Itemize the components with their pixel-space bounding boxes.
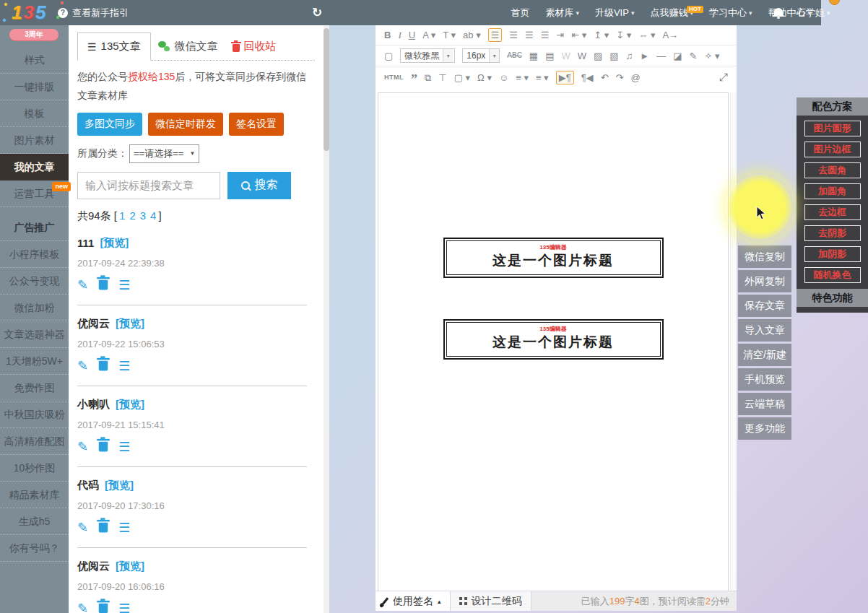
outdent-icon[interactable]: ⇤ ▾ bbox=[571, 30, 586, 40]
format-brush-icon[interactable]: ✎ bbox=[690, 51, 698, 61]
align-right-icon[interactable]: ☰ bbox=[525, 30, 534, 40]
fullscreen-icon[interactable]: ⤢ bbox=[719, 71, 728, 84]
sidebar-item[interactable]: 我的文章 bbox=[0, 154, 69, 181]
highlight-icon[interactable]: ab ▾ bbox=[463, 30, 481, 40]
scheme-button[interactable]: 去圆角 bbox=[804, 162, 861, 178]
delete-icon[interactable] bbox=[99, 604, 108, 613]
multi-image-icon[interactable]: ▧ bbox=[609, 51, 618, 61]
side-action-button[interactable]: 清空/新建 bbox=[738, 344, 791, 366]
editor-canvas[interactable]: 135编辑器 这是一个图片标题 135编辑器 这是一个图片标题 bbox=[378, 92, 729, 591]
indent-icon[interactable]: ⇥ bbox=[556, 30, 564, 40]
nav-item[interactable]: 升级VIP ▾ bbox=[595, 6, 635, 19]
sidebar-item[interactable]: 生成h5 bbox=[0, 508, 69, 535]
font-color-icon[interactable]: A ▾ bbox=[422, 30, 435, 40]
letter-spacing-icon[interactable]: ⇔ ▾ bbox=[638, 30, 655, 40]
sidebar-item[interactable]: 中秋国庆吸粉 bbox=[0, 401, 69, 428]
font-size-select[interactable]: 16px ▼ bbox=[462, 48, 500, 63]
action-button[interactable]: 多图文同步 bbox=[77, 113, 142, 136]
sidebar-item[interactable]: 10秒作图 bbox=[0, 455, 69, 482]
align-center-icon[interactable]: ☰ bbox=[509, 30, 518, 40]
detail-list-icon[interactable]: ☰ bbox=[118, 520, 130, 536]
sidebar-item[interactable]: 图片素材 bbox=[0, 127, 69, 154]
scheme-button[interactable]: 加圆角 bbox=[804, 183, 861, 199]
side-action-button[interactable]: 保存文章 bbox=[738, 295, 791, 317]
user-menu[interactable]: 石学姐 ▾ bbox=[774, 0, 830, 25]
sidebar-item[interactable]: 你有号吗？ bbox=[0, 535, 69, 562]
edit-icon[interactable]: ✎ bbox=[77, 277, 88, 293]
page-link[interactable]: 4 bbox=[150, 209, 156, 222]
search-input[interactable] bbox=[77, 172, 220, 199]
sidebar-item[interactable]: 免费作图 bbox=[0, 375, 69, 401]
side-action-button[interactable]: 微信复制 bbox=[738, 245, 791, 268]
scheme-button[interactable]: 随机换色 bbox=[804, 267, 861, 283]
tab-wechat-articles[interactable]: 微信文章 bbox=[151, 32, 225, 60]
sidebar-item[interactable]: 文章选题神器 bbox=[0, 321, 69, 348]
template-icon[interactable]: ▢ ▾ bbox=[454, 73, 470, 82]
sidebar-item[interactable]: 1天增粉5W+ bbox=[0, 348, 69, 375]
refresh-icon[interactable]: ↻ bbox=[312, 5, 322, 20]
subheading-icon[interactable]: ⊤ bbox=[438, 73, 446, 82]
sidebar-item[interactable]: 高清精准配图 bbox=[0, 428, 69, 455]
image-icon[interactable]: ▨ bbox=[594, 51, 602, 61]
detail-list-icon[interactable]: ☰ bbox=[118, 439, 130, 455]
link-icon[interactable]: ⧉ bbox=[425, 73, 431, 82]
design-qrcode-tab[interactable]: 设计二维码 bbox=[451, 591, 531, 611]
sidebar-item[interactable]: 公众号变现 bbox=[0, 268, 69, 295]
emoji-icon[interactable]: ☺ bbox=[499, 73, 508, 82]
font-family-select[interactable]: 微软雅黑 ▼ bbox=[400, 48, 455, 63]
sidebar-item[interactable]: 精品素材库 bbox=[0, 482, 69, 508]
page-link[interactable]: 1 bbox=[119, 209, 125, 222]
scheme-button[interactable]: 去边框 bbox=[804, 204, 861, 220]
side-action-button[interactable]: 导入文章 bbox=[738, 319, 791, 342]
preview-link[interactable]: [预览] bbox=[116, 560, 144, 573]
html-source-icon[interactable]: HTML bbox=[384, 74, 404, 81]
edit-icon[interactable]: ✎ bbox=[77, 439, 88, 455]
align-justify-icon[interactable]: ☰ bbox=[541, 30, 550, 40]
one-key-style-icon[interactable]: ✧ ▾ bbox=[704, 51, 719, 61]
video-icon[interactable]: ► bbox=[640, 51, 649, 61]
horizontal-line-icon[interactable]: — bbox=[656, 51, 666, 61]
side-action-button[interactable]: 外网复制 bbox=[738, 270, 791, 292]
nav-item[interactable]: 点我赚钱 ▾ HOT bbox=[650, 6, 693, 19]
blockquote-icon[interactable]: ” bbox=[411, 73, 417, 86]
word-import-icon[interactable]: W bbox=[578, 51, 586, 61]
bell-icon[interactable] bbox=[774, 10, 783, 15]
delete-icon[interactable] bbox=[99, 280, 108, 290]
strikethrough-icon[interactable]: ABC bbox=[507, 52, 522, 59]
image-title-block[interactable]: 135编辑器 这是一个图片标题 bbox=[443, 319, 664, 360]
find-replace-icon[interactable]: @ bbox=[630, 73, 640, 82]
sidebar-item[interactable]: 模板 bbox=[0, 100, 69, 127]
delete-icon[interactable] bbox=[99, 523, 108, 533]
edit-icon[interactable]: ✎ bbox=[77, 601, 88, 613]
detail-list-icon[interactable]: ☰ bbox=[118, 601, 130, 613]
table-icon[interactable]: ▦ bbox=[529, 51, 538, 61]
unordered-list-icon[interactable]: ≡ ▾ bbox=[536, 73, 549, 82]
sidebar-item[interactable]: 广告推广 bbox=[0, 214, 69, 241]
side-action-button[interactable]: 更多功能 bbox=[738, 417, 791, 440]
use-signature-tab[interactable]: 使用签名 ▴ bbox=[376, 591, 451, 611]
space-after-icon[interactable]: ↧ ▾ bbox=[616, 30, 631, 40]
action-button[interactable]: 微信定时群发 bbox=[148, 113, 223, 136]
tab-135-articles[interactable]: ☰ 135文章 bbox=[77, 32, 151, 61]
scheme-button[interactable]: 加阴影 bbox=[804, 246, 861, 262]
nav-item[interactable]: 学习中心 ▾ bbox=[709, 6, 752, 19]
side-action-button[interactable]: 手机预览 bbox=[738, 368, 791, 391]
sidebar-item[interactable]: 一键排版 bbox=[0, 74, 69, 100]
ordered-list-icon[interactable]: ≡ ▾ bbox=[516, 73, 529, 82]
preview-link[interactable]: [预览] bbox=[105, 479, 134, 492]
ltr-paragraph-icon[interactable]: ▶¶ bbox=[556, 71, 574, 84]
preview-link[interactable]: [预览] bbox=[116, 317, 144, 331]
delete-icon[interactable] bbox=[99, 361, 108, 371]
edit-icon[interactable]: ✎ bbox=[77, 520, 88, 536]
image-title-block[interactable]: 135编辑器 这是一个图片标题 bbox=[443, 238, 664, 278]
page-link[interactable]: 2 bbox=[129, 209, 135, 222]
nav-item[interactable]: 首页 bbox=[511, 6, 529, 19]
rtl-paragraph-icon[interactable]: ¶◀ bbox=[581, 73, 594, 82]
underline-icon[interactable]: U bbox=[409, 30, 415, 40]
detail-list-icon[interactable]: ☰ bbox=[118, 358, 130, 374]
align-left-icon[interactable]: ☰ bbox=[488, 28, 503, 42]
special-char-icon[interactable]: Ω ▾ bbox=[477, 73, 492, 82]
scheme-button[interactable]: 图片边框 bbox=[804, 142, 861, 157]
list-scrollbar[interactable] bbox=[324, 25, 329, 613]
action-button[interactable]: 签名设置 bbox=[229, 113, 284, 136]
